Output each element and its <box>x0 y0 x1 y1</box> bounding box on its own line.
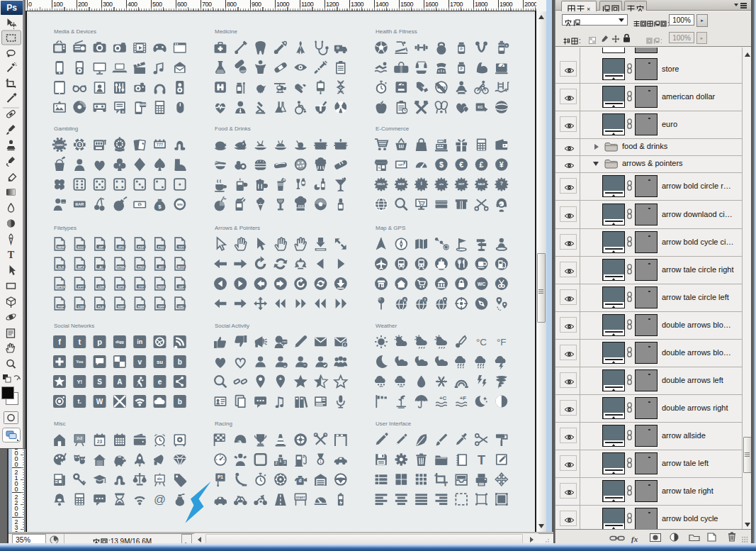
svg-text:p: p <box>97 338 102 346</box>
svg-text:t.: t. <box>78 398 81 405</box>
svg-text:$: $ <box>439 160 444 169</box>
svg-text:Medicine: Medicine <box>215 28 238 35</box>
svg-text:abc: abc <box>157 477 163 481</box>
svg-text:?: ? <box>424 299 426 302</box>
svg-text:i: i <box>421 181 422 186</box>
svg-text:A: A <box>117 378 123 386</box>
svg-text:XLS: XLS <box>58 265 64 269</box>
svg-text:MP3: MP3 <box>78 265 84 269</box>
svg-text:JPG: JPG <box>118 245 125 249</box>
svg-text:€: € <box>459 160 463 169</box>
svg-text:NEW: NEW <box>398 183 405 186</box>
svg-text:BAR: BAR <box>75 202 84 206</box>
svg-text:START: START <box>296 496 306 499</box>
svg-text:MOV: MOV <box>178 265 185 269</box>
svg-text:E-Commerce: E-Commerce <box>376 126 410 132</box>
svg-text:digg: digg <box>115 340 124 344</box>
svg-text:NEW: NEW <box>57 245 64 249</box>
svg-text:KG: KG <box>478 106 483 109</box>
svg-text:Y!: Y! <box>77 379 82 385</box>
svg-text:P1: P1 <box>218 474 223 479</box>
svg-text:TTF: TTF <box>138 285 144 289</box>
svg-text:GIF: GIF <box>179 285 184 289</box>
svg-text:23: 23 <box>97 439 103 444</box>
svg-text:T: T <box>8 250 15 260</box>
svg-text:CSS: CSS <box>78 305 84 308</box>
svg-text:HTML: HTML <box>117 265 125 269</box>
svg-text:CASINO: CASINO <box>55 144 64 147</box>
svg-text:W: W <box>96 398 103 406</box>
svg-text:?: ? <box>500 181 503 186</box>
svg-text:DOC: DOC <box>77 245 84 249</box>
svg-text:+: + <box>279 376 283 382</box>
svg-text:f: f <box>58 338 61 346</box>
svg-text:@: @ <box>154 493 166 506</box>
svg-text:TIFF: TIFF <box>158 305 164 308</box>
svg-text:777: 777 <box>157 143 163 147</box>
svg-text:$: $ <box>139 203 141 207</box>
svg-text:Misc: Misc <box>54 421 65 427</box>
svg-text:¥: ¥ <box>500 160 504 169</box>
svg-text:Map & GPS: Map & GPS <box>376 225 405 231</box>
svg-text:°F: °F <box>497 337 507 347</box>
svg-text:FLA: FLA <box>98 305 103 308</box>
svg-text:e: e <box>158 378 162 386</box>
svg-text:−: − <box>304 362 307 367</box>
svg-text:WC: WC <box>478 282 485 286</box>
svg-text:SWF: SWF <box>118 305 125 308</box>
svg-text:PHP: PHP <box>58 305 64 308</box>
svg-text:MPEG: MPEG <box>57 285 66 289</box>
svg-text:WIN: WIN <box>177 203 183 206</box>
svg-text:S: S <box>97 378 102 386</box>
svg-text:Media & Devices: Media & Devices <box>54 28 96 35</box>
svg-text:Filetypes: Filetypes <box>54 225 77 231</box>
svg-text:Social Activity: Social Activity <box>215 323 249 329</box>
svg-text:***: *** <box>400 386 403 389</box>
svg-text:AVI: AVI <box>159 265 164 269</box>
svg-text:RAR: RAR <box>137 305 144 308</box>
svg-text:User Interface: User Interface <box>376 421 412 427</box>
svg-text:SMS: SMS <box>140 103 146 106</box>
svg-text:$: $ <box>382 284 383 287</box>
svg-text:Weather: Weather <box>376 323 397 329</box>
svg-text:1: 1 <box>279 459 281 463</box>
svg-text:***: *** <box>379 386 383 389</box>
svg-text:Social Networks: Social Networks <box>54 323 94 329</box>
svg-text:+: + <box>283 363 286 368</box>
svg-text:o/o: o/o <box>439 183 444 186</box>
svg-text:Health & Fitness: Health & Fitness <box>376 28 417 35</box>
svg-text:°C: °C <box>476 337 487 347</box>
svg-text:£: £ <box>480 160 484 169</box>
svg-text:su: su <box>157 359 163 365</box>
svg-text:EPS: EPS <box>118 285 125 289</box>
svg-text:PSD: PSD <box>158 245 164 249</box>
svg-text:Gambling: Gambling <box>54 126 78 132</box>
svg-text:HOT: HOT <box>458 183 465 186</box>
svg-text:PNG: PNG <box>137 265 145 269</box>
svg-text:...: ... <box>62 200 65 204</box>
svg-text:b: b <box>178 398 182 406</box>
svg-text:+: + <box>506 43 508 48</box>
svg-text:ZIP: ZIP <box>98 245 103 249</box>
svg-text:v: v <box>137 358 142 366</box>
svg-text:$: $ <box>158 204 162 210</box>
svg-text:in: in <box>137 338 142 345</box>
svg-text:PDF: PDF <box>138 245 145 249</box>
svg-text:+F: +F <box>460 395 467 401</box>
svg-text:URL: URL <box>178 305 184 308</box>
svg-text:t: t <box>78 338 81 346</box>
svg-text:Racing: Racing <box>215 421 232 427</box>
svg-text:b: b <box>178 358 182 366</box>
svg-text:+C: +C <box>439 395 447 401</box>
svg-text:AI: AI <box>99 265 102 269</box>
svg-text:Arrows & Pointers: Arrows & Pointers <box>215 225 260 231</box>
svg-text:a: a <box>122 109 124 113</box>
svg-text:d: d <box>299 478 302 483</box>
svg-text:INDD: INDD <box>157 285 164 289</box>
svg-text:2+2: 2+2 <box>77 437 83 440</box>
svg-text:DELIV: DELIV <box>377 183 385 186</box>
svg-text:SALE: SALE <box>478 183 485 186</box>
svg-text:CDR: CDR <box>98 285 104 289</box>
svg-text:PPT: PPT <box>78 285 84 289</box>
svg-text:T: T <box>478 453 485 467</box>
